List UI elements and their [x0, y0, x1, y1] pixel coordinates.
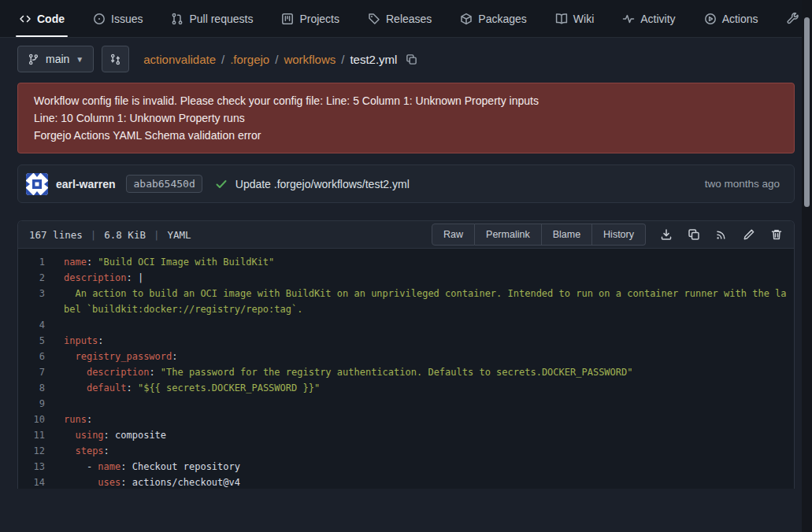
avatar[interactable] [26, 173, 48, 195]
code-line: 1name: "Build OCI Image with BuildKit" [18, 254, 794, 270]
code-line: 6 registry_password: [18, 349, 794, 364]
tab-projects[interactable]: Projects [278, 0, 343, 37]
copy-path-icon[interactable] [406, 54, 417, 65]
branch-name: main [46, 53, 69, 65]
breadcrumb-dir-link[interactable]: workflows [284, 53, 336, 66]
copy-content-icon[interactable] [688, 228, 700, 241]
code-icon [19, 13, 32, 25]
line-number[interactable]: 13 [18, 459, 53, 475]
chevron-down-icon: ▼ [76, 55, 83, 64]
play-circle-icon [704, 13, 717, 25]
tab-wiki[interactable]: Wiki [552, 0, 597, 37]
line-number[interactable]: 10 [18, 412, 53, 427]
repo-tab-bar: Code Issues Pull requests Projects Relea… [0, 0, 812, 38]
commit-status-check-icon[interactable] [215, 178, 228, 190]
file-language: YAML [167, 229, 191, 241]
breadcrumb-repo-link[interactable]: actionvalidate [143, 53, 216, 66]
code-line-text: uses: actions/checkout@v4 [53, 475, 794, 489]
line-number[interactable]: 12 [18, 443, 53, 459]
code-line: 4 [18, 317, 794, 333]
code-line: 7 description: "The password for the reg… [18, 364, 794, 380]
line-number[interactable]: 14 [18, 475, 53, 489]
commit-hash[interactable]: abab65450d [126, 175, 202, 193]
tab-label: Wiki [573, 13, 594, 25]
error-line: Line: 10 Column 1: Unknown Property runs [34, 109, 778, 127]
tab-packages[interactable]: Packages [457, 0, 529, 37]
page-scrollbar-track[interactable] [802, 0, 812, 532]
code-line-text: description: "The password for the regis… [53, 364, 794, 380]
code-line-text: runs: [53, 412, 794, 427]
tab-label: Releases [386, 13, 432, 25]
line-number[interactable]: 5 [18, 333, 53, 349]
tab-code[interactable]: Code [16, 0, 68, 37]
code-line-text: using: composite [53, 427, 794, 443]
tab-label: Packages [478, 13, 526, 25]
code-line: 9 [18, 396, 794, 412]
line-number[interactable]: 4 [18, 317, 53, 333]
tab-label: Activity [640, 13, 675, 25]
latest-commit-bar: earl-warren abab65450d Update .forgejo/w… [17, 164, 795, 203]
tab-releases[interactable]: Releases [365, 0, 435, 37]
file-path-header: main ▼ actionvalidate / .forgejo / workf… [17, 46, 795, 72]
branch-selector[interactable]: main ▼ [17, 46, 94, 72]
blame-button[interactable]: Blame [542, 224, 592, 246]
tab-label: Pull requests [189, 13, 253, 25]
edit-pencil-icon[interactable] [743, 228, 755, 241]
line-number[interactable]: 9 [18, 396, 53, 412]
tab-label: Projects [299, 13, 339, 25]
code-line-text: default: "${{ secrets.DOCKER_PASSWORD }}… [53, 380, 794, 396]
code-line: 3 An action to build an OCI image with B… [18, 286, 794, 317]
code-line: 11 using: composite [18, 427, 794, 443]
tab-activity[interactable]: Activity [619, 0, 678, 37]
breadcrumb-separator: / [275, 53, 278, 66]
permalink-button[interactable]: Permalink [475, 224, 542, 246]
tab-actions[interactable]: Actions [701, 0, 762, 37]
download-icon[interactable] [660, 228, 673, 241]
page-scrollbar-thumb[interactable] [804, 17, 810, 207]
error-line: Workflow config file is invalid. Please … [34, 92, 778, 109]
code-line-text: name: "Build OCI Image with BuildKit" [53, 254, 794, 270]
divider: | [91, 229, 97, 241]
line-number[interactable]: 2 [18, 270, 53, 286]
code-line-text: inputs: [53, 333, 794, 349]
code-line-text: - name: Checkout repository [53, 459, 794, 475]
code-viewer: 1name: "Build OCI Image with BuildKit"2d… [18, 249, 794, 489]
code-line-text: description: | [53, 270, 794, 286]
tab-issues[interactable]: Issues [90, 0, 146, 37]
breadcrumb-dir-link[interactable]: .forgejo [230, 53, 269, 66]
commit-message[interactable]: Update .forgejo/workflows/test2.yml [235, 178, 410, 190]
file-size: 6.8 KiB [104, 229, 146, 241]
file-view-buttons: Raw Permalink Blame History [432, 224, 646, 246]
line-number[interactable]: 7 [18, 364, 53, 380]
issue-icon [93, 13, 106, 25]
line-number[interactable]: 1 [18, 254, 53, 270]
rss-feed-icon[interactable] [715, 228, 728, 241]
file-action-icons [660, 228, 783, 241]
tag-icon [368, 13, 380, 25]
code-line: 5inputs: [18, 333, 794, 349]
line-number[interactable]: 11 [18, 427, 53, 443]
tab-label: Actions [722, 13, 758, 25]
compare-icon [109, 54, 121, 65]
code-line: 12 steps: [18, 443, 794, 459]
tab-pull-requests[interactable]: Pull requests [168, 0, 256, 37]
package-icon [460, 13, 473, 25]
code-line: 2description: | [18, 270, 794, 286]
delete-trash-icon[interactable] [770, 228, 783, 241]
line-number[interactable]: 8 [18, 380, 53, 396]
divider: | [154, 229, 160, 241]
workflow-error-banner: Workflow config file is invalid. Please … [17, 83, 795, 153]
history-button[interactable]: History [592, 224, 646, 246]
raw-button[interactable]: Raw [432, 224, 475, 246]
file-line-count: 167 lines [29, 229, 83, 241]
code-line-text: registry_password: [53, 349, 794, 364]
line-number[interactable]: 3 [18, 286, 53, 317]
error-line: Forgejo Actions YAML Schema validation e… [34, 127, 778, 144]
tab-label: Code [37, 13, 65, 25]
commit-author[interactable]: earl-warren [56, 178, 115, 190]
project-icon [281, 13, 294, 25]
line-number[interactable]: 6 [18, 349, 53, 364]
code-line: 10runs: [18, 412, 794, 427]
compare-button[interactable] [102, 46, 129, 72]
pull-request-icon [171, 13, 184, 25]
